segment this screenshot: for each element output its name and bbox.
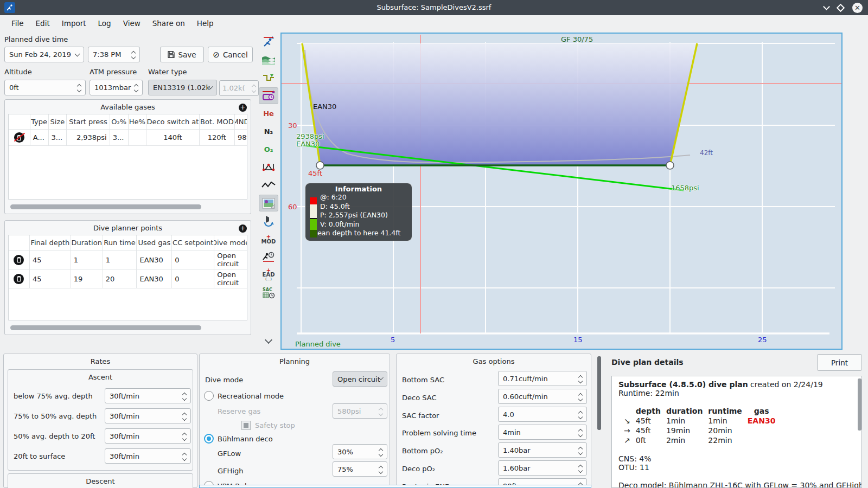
buhlmann-deco-radio[interactable] (204, 434, 214, 444)
ascent-rate-spinner[interactable]: 30ft/min (105, 388, 191, 403)
bottom-hscrollbar[interactable] (199, 485, 591, 488)
bottom-po2-spinner[interactable]: 1.40bar (498, 442, 587, 458)
spin-arrows-icon[interactable] (131, 84, 138, 92)
plan-details-title: Dive plan details (611, 358, 684, 367)
floppy-icon (168, 51, 175, 58)
sac-factor-spinner[interactable]: 4.0 (498, 407, 587, 422)
planned-dive-tab[interactable]: Planned dive (295, 340, 341, 348)
ascent-rate-spinner[interactable]: 30ft/min (105, 428, 191, 444)
recreational-mode-radio[interactable] (204, 391, 214, 401)
toolbar-scroll-down-icon[interactable] (259, 333, 278, 350)
profile-handle[interactable] (316, 162, 324, 169)
print-button[interactable]: Print (817, 354, 862, 371)
ascent-rate-spinner[interactable]: 30ft/min (105, 448, 191, 464)
toolbar-pp-n2-icon[interactable]: N₂ (259, 123, 278, 140)
deco-sac-spinner[interactable]: 0.60cuft/min (498, 389, 587, 404)
col-type[interactable]: Type (30, 114, 49, 129)
atm-pressure-spinner[interactable]: 1013mbar (90, 80, 143, 95)
water-type-combo[interactable]: EN13319 (1.02k (148, 80, 217, 95)
point-row[interactable]: 45 1 1 EAN30 0 Open circuit (9, 251, 247, 269)
gflow-spinner[interactable]: 30% (333, 444, 387, 459)
descent-title: Descent (8, 474, 193, 485)
cancel-button[interactable]: ⊘ Cancel (208, 47, 253, 62)
problem-time-spinner[interactable]: 4min (498, 425, 587, 440)
plan-details-text[interactable]: Subsurface (4.8.5.0) dive plan created o… (611, 376, 862, 488)
maximize-icon[interactable] (837, 3, 845, 12)
plan-runtime: Runtime: 22min (618, 389, 855, 397)
altitude-spinner[interactable]: 0ft (4, 80, 86, 95)
menu-help[interactable]: Help (191, 16, 220, 30)
bottom-sac-spinner[interactable]: 0.71cuft/min (498, 371, 587, 386)
toolbar-dive-time-icon[interactable] (259, 248, 278, 265)
col-final-depth[interactable]: Final depth (30, 235, 71, 250)
plan-heading: Subsurface (4.8.5.0) dive plan created o… (618, 380, 855, 389)
col-start-press[interactable]: Start press (67, 114, 110, 129)
toolbar-sac-icon[interactable]: SAC (259, 284, 278, 301)
descent-group: Descent (8, 473, 193, 488)
add-gas-button[interactable]: + (239, 104, 247, 112)
col-duration[interactable]: Duration (71, 235, 103, 250)
col-used-gas[interactable]: Used gas (137, 235, 172, 250)
menu-share-on[interactable]: Share on (146, 16, 191, 30)
deco-sac-label: Deco SAC (402, 394, 436, 402)
col-deco-switch[interactable]: Deco switch at (146, 114, 199, 129)
gases-hscrollbar[interactable] (10, 204, 201, 209)
save-button[interactable]: Save (160, 47, 204, 62)
segment-gas-label: EAN30 (313, 102, 336, 111)
profile-handle[interactable] (666, 162, 674, 169)
spin-arrows-icon[interactable] (129, 50, 135, 59)
plan-row: ↗ 0ft 2min 22min (624, 435, 781, 445)
gfhigh-spinner[interactable]: 75% (333, 461, 387, 477)
toolbar-photos-icon[interactable] (259, 195, 278, 211)
dive-time-spinner[interactable]: 7:38 PM (88, 47, 140, 62)
plan-text-vscrollbar[interactable] (858, 378, 861, 431)
spin-arrows-icon[interactable] (74, 84, 81, 92)
col-bot-mod[interactable]: Bot. MOD (200, 114, 235, 129)
toolbar-calc-ceiling-icon[interactable] (259, 69, 278, 86)
col-run-time[interactable]: Run time (103, 235, 137, 250)
col-he[interactable]: He% (129, 114, 147, 129)
toolbar-ruler-icon[interactable] (259, 159, 278, 176)
minimize-icon[interactable] (823, 3, 830, 10)
gases-table: Type Size Start press O₂% He% Deco switc… (8, 114, 247, 200)
col-size[interactable]: Size (49, 114, 67, 129)
menu-log[interactable]: Log (92, 16, 117, 30)
bottom-sac-label: Bottom SAC (402, 376, 444, 384)
toolbar-setpoint-icon[interactable] (259, 87, 278, 104)
dive-mode-combo[interactable]: Open circuit (333, 371, 387, 387)
deco-po2-label: Deco pO₂ (402, 465, 435, 473)
toolbar-gas-change-icon[interactable] (259, 213, 278, 229)
toolbar-pp-he-icon[interactable]: He (259, 105, 278, 122)
col-o2[interactable]: O₂% (110, 114, 129, 129)
planner-points-panel: Dive planner points + Final depth Durati… (4, 220, 251, 335)
menu-edit[interactable]: Edit (30, 16, 56, 30)
chevron-down-icon[interactable] (75, 51, 80, 56)
points-hscrollbar[interactable] (10, 325, 201, 330)
delete-point-icon[interactable] (14, 255, 24, 265)
col-mnd[interactable]: MND (235, 114, 247, 129)
deco-po2-spinner[interactable]: 1.60bar (498, 460, 587, 476)
col-cc-setpoint[interactable]: CC setpoint (172, 235, 214, 250)
point-row[interactable]: 45 19 20 EAN30 0 Open circuit (9, 269, 247, 288)
menu-view[interactable]: View (117, 16, 146, 30)
plan-otu: OTU: 11 (618, 463, 855, 472)
dive-profile-chart[interactable]: GF 30/75 EAN30 2938psi EAN30 45ft 42ft 1… (280, 33, 843, 350)
delete-gas-icon[interactable] (14, 132, 24, 143)
delete-point-icon[interactable] (14, 274, 24, 284)
add-point-button[interactable]: + (239, 224, 247, 233)
dive-date-combo[interactable]: Sun Feb 24, 2019 (4, 47, 84, 62)
toolbar-mod-icon[interactable]: + MOD (259, 230, 278, 247)
toolbar-heartrate-icon[interactable] (259, 177, 278, 194)
toolbar-pp-o2-icon[interactable]: O₂ (259, 141, 278, 158)
ascent-rate-spinner[interactable]: 30ft/min (105, 408, 191, 423)
toolbar-waves-icon[interactable] (259, 52, 278, 68)
toolbar-ead-icon[interactable]: + EAD (...) (259, 266, 278, 283)
col-dive-mode[interactable]: Dive mode (214, 235, 247, 250)
menu-import[interactable]: Import (56, 16, 92, 30)
plan-vscrollbar[interactable] (597, 356, 601, 430)
end-pressure-label: 1658psi (671, 184, 699, 192)
menu-file[interactable]: File (5, 16, 30, 30)
gas-row[interactable]: A... 3... 2,938psi 3... 140ft 120ft 98f (9, 130, 247, 146)
close-icon[interactable]: ✕ (852, 3, 863, 13)
toolbar-dc-ceiling-icon[interactable] (259, 34, 278, 50)
